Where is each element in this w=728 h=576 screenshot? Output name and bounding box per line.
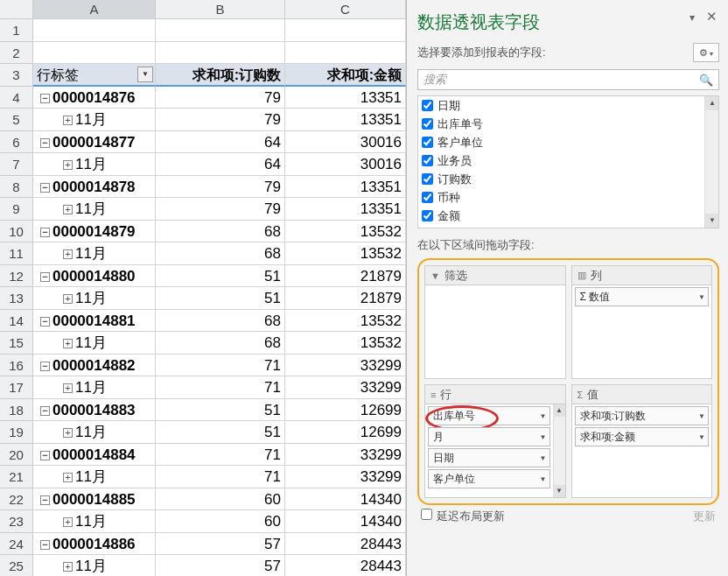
row-number[interactable]: 5 [0,109,33,131]
pivot-row-label[interactable]: +11月 [33,153,156,176]
row-number[interactable]: 9 [0,198,33,221]
row-number[interactable]: 3 [0,64,33,87]
cell[interactable] [33,42,156,65]
pivot-value-cell[interactable]: 64 [156,131,285,154]
col-header-c[interactable]: C [285,0,406,19]
pivot-value-cell[interactable]: 71 [156,444,285,467]
collapse-icon[interactable]: − [40,362,50,371]
pivot-value-cell[interactable]: 21879 [285,265,406,288]
defer-checkbox[interactable]: 延迟布局更新 [421,509,505,524]
pivot-value-cell[interactable]: 28443 [285,533,406,556]
pivot-value-cell[interactable]: 33299 [285,376,406,399]
expand-icon[interactable]: + [63,562,73,572]
pivot-value-cell[interactable]: 51 [156,399,285,422]
scroll-up-icon[interactable]: ▲ [705,96,719,110]
rows-area[interactable]: ≡行 出库单号▼月▼日期▼客户单位▼ ▲ ▼ [424,384,566,498]
field-item[interactable]: 客户单位 [418,133,718,151]
pivot-value-cell[interactable]: 79 [156,109,285,131]
pivot-value-cell[interactable]: 51 [156,421,285,444]
expand-icon[interactable]: + [63,205,73,214]
values-area[interactable]: Σ值 求和项:订购数▼求和项:金额▼ [571,384,713,498]
field-item[interactable]: 业务员 [418,151,718,170]
pivot-row-label[interactable]: −0000014882 [33,355,156,377]
pivot-value-cell[interactable]: 13351 [285,198,406,221]
cell[interactable] [285,42,406,65]
pivot-col-header[interactable]: 求和项:订购数 [156,64,285,87]
pivot-value-cell[interactable]: 68 [156,332,285,355]
pivot-row-label[interactable]: +11月 [33,421,156,444]
pivot-row-label[interactable]: −0000014886 [33,533,156,556]
pivot-value-cell[interactable]: 60 [156,488,285,511]
cell[interactable] [156,19,285,42]
collapse-icon[interactable]: − [40,228,50,237]
pivot-value-cell[interactable]: 68 [156,310,285,333]
pivot-value-cell[interactable]: 33299 [285,466,406,488]
pivot-value-cell[interactable]: 28443 [285,555,406,576]
pivot-value-cell[interactable]: 30016 [285,131,406,154]
collapse-icon[interactable]: − [40,272,50,282]
field-item[interactable]: 币种 [418,188,718,207]
row-number[interactable]: 20 [0,444,33,467]
filter-dropdown-icon[interactable]: ▼ [137,67,153,82]
row-number[interactable]: 12 [0,265,33,288]
pivot-row-label[interactable]: −0000014883 [33,399,156,422]
pivot-value-cell[interactable]: 30016 [285,153,406,176]
pivot-value-cell[interactable]: 79 [156,176,285,199]
area-field-item[interactable]: 求和项:金额▼ [575,427,710,446]
scroll-down-icon[interactable]: ▼ [705,214,719,228]
field-checkbox[interactable] [422,192,433,203]
row-number[interactable]: 11 [0,242,33,265]
dropdown-icon[interactable]: ▼ [540,454,547,462]
pivot-value-cell[interactable]: 13351 [285,109,406,131]
area-field-item[interactable]: 日期▼ [428,448,550,467]
col-header-a[interactable]: A [33,0,156,19]
row-number[interactable]: 7 [0,153,33,176]
row-number[interactable]: 25 [0,555,33,576]
pivot-value-cell[interactable]: 64 [156,153,285,176]
collapse-icon[interactable]: − [40,495,50,505]
pivot-row-label[interactable]: −0000014879 [33,221,156,243]
field-item[interactable]: 日期 [418,96,718,115]
dropdown-icon[interactable]: ▼ [698,412,705,420]
update-button[interactable]: 更新 [693,509,716,524]
row-number[interactable]: 19 [0,421,33,444]
pivot-row-label[interactable]: +11月 [33,555,156,576]
pivot-value-cell[interactable]: 13532 [285,221,406,243]
collapse-icon[interactable]: − [40,451,50,460]
collapse-icon[interactable]: − [40,94,50,103]
expand-icon[interactable]: + [63,517,73,527]
row-number[interactable]: 14 [0,310,33,333]
columns-area[interactable]: ▥列 Σ 数值▼ [571,265,713,379]
collapse-icon[interactable]: − [40,138,50,148]
select-all-corner[interactable] [0,0,33,19]
pivot-value-cell[interactable]: 14340 [285,510,406,533]
pivot-row-label[interactable]: +11月 [33,466,156,488]
pivot-value-cell[interactable]: 13532 [285,310,406,333]
pivot-value-cell[interactable]: 71 [156,376,285,399]
pivot-value-cell[interactable]: 71 [156,466,285,488]
row-number[interactable]: 21 [0,466,33,488]
row-number[interactable]: 22 [0,488,33,511]
row-number[interactable]: 13 [0,287,33,310]
pivot-row-labels-header[interactable]: 行标签▼ [33,64,156,87]
collapse-icon[interactable]: − [40,406,50,416]
filter-area[interactable]: ▼筛选 [424,265,566,379]
expand-icon[interactable]: + [63,294,73,304]
cell[interactable] [285,19,406,42]
pivot-value-cell[interactable]: 68 [156,221,285,243]
pivot-row-label[interactable]: −0000014881 [33,310,156,333]
pivot-value-cell[interactable]: 57 [156,555,285,576]
dropdown-icon[interactable]: ▼ [698,433,705,441]
collapse-icon[interactable]: − [40,183,50,193]
close-icon[interactable]: ✕ [706,9,718,25]
field-checkbox[interactable] [422,137,433,148]
area-field-item[interactable]: 求和项:订购数▼ [575,406,710,425]
field-checkbox[interactable] [422,210,433,221]
pivot-row-label[interactable]: +11月 [33,109,156,131]
field-checkbox[interactable] [422,173,433,185]
field-checkbox[interactable] [422,155,433,166]
pivot-value-cell[interactable]: 51 [156,287,285,310]
pivot-value-cell[interactable]: 51 [156,265,285,288]
row-number[interactable]: 23 [0,510,33,533]
pivot-row-label[interactable]: −0000014880 [33,265,156,288]
